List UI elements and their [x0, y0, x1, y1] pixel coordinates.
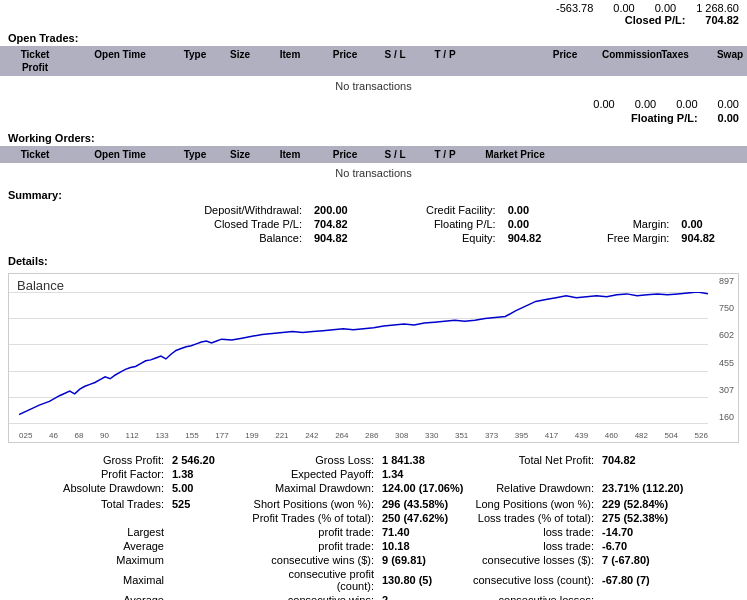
details-header: Details: [8, 253, 739, 269]
max-cons-loss-count-value: -67.80 (7) [598, 567, 739, 593]
x-label: 221 [275, 431, 288, 440]
col-price2: Price [530, 48, 600, 61]
wo-col-type: Type [170, 148, 220, 161]
floating-pl-row: Floating P/L: 0.00 [0, 112, 747, 128]
largest-loss-trade-value: -14.70 [598, 525, 739, 539]
profit-factor-value: 1.38 [168, 467, 248, 481]
working-orders-no-transactions: No transactions [0, 163, 747, 183]
open-trades-columns: Ticket Open Time Type Size Item Price S … [0, 46, 747, 76]
maximal-drawdown-value: 124.00 (17.06%) [378, 481, 468, 495]
total-trades-value: 525 [168, 497, 248, 511]
summary-label-margin: Margin: [585, 217, 675, 231]
long-pos-label: Long Positions (won %): [468, 497, 598, 511]
x-label: 133 [155, 431, 168, 440]
x-label: 155 [185, 431, 198, 440]
y-label-602: 602 [719, 330, 734, 340]
chart-x-axis: 025 46 68 90 112 133 155 177 199 221 242… [19, 431, 708, 440]
summary-label-balance: Balance: [188, 231, 308, 245]
floating-pl-label: Floating P/L: [631, 112, 698, 124]
val3: 0.00 [655, 2, 676, 14]
gross-loss-label: Gross Loss: [248, 453, 378, 467]
largest-profit-trade-label: profit trade: [248, 525, 378, 539]
average-row-label: Average [8, 593, 168, 600]
max-cons-losses-label: consecutive losses ($): [468, 553, 598, 567]
largest-loss-trade-label: loss trade: [468, 525, 598, 539]
chart-container: Balance 897 750 602 455 307 160 025 46 [8, 273, 739, 443]
loss-trades-value: 275 (52.38%) [598, 511, 739, 525]
closed-pl-value: 704.82 [705, 14, 739, 26]
summary-value-deposit: 200.00 [308, 203, 372, 217]
summary-label-free-margin: Free Margin: [585, 231, 675, 245]
stats-section: Gross Profit: 2 546.20 Gross Loss: 1 841… [0, 451, 747, 600]
wo-col-ticket: Ticket [0, 148, 70, 161]
maximal-drawdown-label: Maximal Drawdown: [248, 481, 378, 495]
val4: 1 268.60 [696, 2, 739, 14]
col-empty [470, 48, 530, 61]
y-label-455: 455 [719, 358, 734, 368]
wo-col-price: Price [320, 148, 370, 161]
summary-header: Summary: [8, 187, 739, 203]
open-trades-header: Open Trades: [0, 28, 747, 46]
summary-label-closed-pl: Closed Trade P/L: [188, 217, 308, 231]
total-net-profit-label: Total Net Profit: [468, 453, 598, 467]
summary-value-balance: 904.82 [308, 231, 372, 245]
summary-label-equity: Equity: [392, 231, 502, 245]
subtotal-row: 0.00 0.00 0.00 0.00 [0, 96, 747, 112]
x-label: 439 [575, 431, 588, 440]
profit-trades-label: Profit Trades (% of total): [248, 511, 378, 525]
col-item: Item [260, 48, 320, 61]
summary-table: Deposit/Withdrawal: 200.00 Credit Facili… [8, 203, 739, 245]
maximal-label: Maximal [8, 567, 168, 593]
top-row2: Closed P/L: 704.82 [8, 14, 739, 26]
closed-pl-label: Closed P/L: [625, 14, 686, 26]
largest-profit-trade-value: 71.40 [378, 525, 468, 539]
x-label: 177 [215, 431, 228, 440]
x-label: 025 [19, 431, 32, 440]
x-label: 482 [635, 431, 648, 440]
max-cons-profit-count-value: 130.80 (5) [378, 567, 468, 593]
x-label: 417 [545, 431, 558, 440]
details-section: Details: Balance 897 750 602 455 307 160 [0, 249, 747, 451]
floating-pl-value: 0.00 [718, 112, 739, 124]
avg-profit-trade-value: 10.18 [378, 539, 468, 553]
wo-col-tp: T / P [420, 148, 470, 161]
sub-val3: 0.00 [676, 98, 697, 110]
summary-value-equity: 904.82 [502, 231, 566, 245]
col-taxes: Taxes [650, 48, 700, 61]
x-label: 330 [425, 431, 438, 440]
open-trades-no-transactions: No transactions [0, 76, 747, 96]
expected-payoff-label: Expected Payoff: [248, 467, 378, 481]
relative-drawdown-value: 23.71% (112.20) [598, 481, 739, 495]
val1: -563.78 [556, 2, 593, 14]
absolute-drawdown-label: Absolute Drawdown: [8, 481, 168, 495]
x-label: 373 [485, 431, 498, 440]
profit-trades-value: 250 (47.62%) [378, 511, 468, 525]
y-label-750: 750 [719, 303, 734, 313]
gross-loss-value: 1 841.38 [378, 453, 468, 467]
short-pos-label: Short Positions (won %): [248, 497, 378, 511]
summary-value-free-margin: 904.82 [675, 231, 739, 245]
max-cons-wins-value: 9 (69.81) [378, 553, 468, 567]
gross-profit-label: Gross Profit: [8, 453, 168, 467]
summary-label-floating: Floating P/L: [392, 217, 502, 231]
working-orders-header: Working Orders: [0, 128, 747, 146]
x-label: 90 [100, 431, 109, 440]
x-label: 286 [365, 431, 378, 440]
total-net-profit-value: 704.82 [598, 453, 739, 467]
summary-value-floating: 0.00 [502, 217, 566, 231]
gross-profit-value: 2 546.20 [168, 453, 248, 467]
x-label: 504 [665, 431, 678, 440]
total-trades-label: Total Trades: [8, 497, 168, 511]
max-cons-wins-label: consecutive wins ($): [248, 553, 378, 567]
summary-value-margin: 0.00 [675, 217, 739, 231]
avg-loss-trade-label: loss trade: [468, 539, 598, 553]
sub-val2: 0.00 [635, 98, 656, 110]
sub-val4: 0.00 [718, 98, 739, 110]
loss-trades-label: Loss trades (% of total): [468, 511, 598, 525]
top-summary: -563.78 0.00 0.00 1 268.60 Closed P/L: 7… [0, 0, 747, 28]
working-orders-columns: Ticket Open Time Type Size Item Price S … [0, 146, 747, 163]
summary-label-deposit: Deposit/Withdrawal: [188, 203, 308, 217]
long-pos-value: 229 (52.84%) [598, 497, 739, 511]
val2: 0.00 [613, 2, 634, 14]
x-label: 112 [125, 431, 138, 440]
